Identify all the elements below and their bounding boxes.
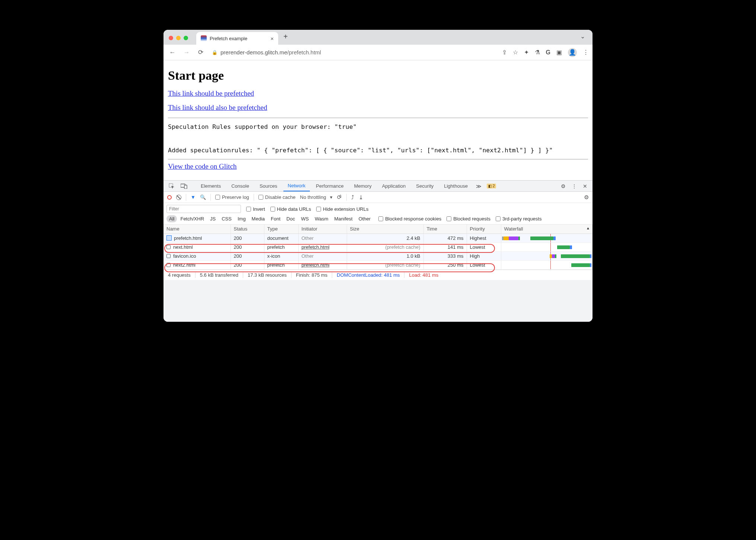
status-load: Load: 481 ms xyxy=(409,272,438,278)
chip-wasm[interactable]: Wasm xyxy=(312,215,331,222)
device-icon[interactable] xyxy=(178,184,190,189)
export-har-icon[interactable]: ⤴ xyxy=(351,194,354,200)
sidepanel-icon[interactable]: ▣ xyxy=(556,49,562,56)
hide-data-urls-checkbox[interactable]: Hide data URLs xyxy=(270,206,311,212)
tab-application[interactable]: Application xyxy=(378,181,410,191)
tab-console[interactable]: Console xyxy=(227,181,254,191)
col-initiator[interactable]: Initiator xyxy=(298,225,347,234)
col-priority[interactable]: Priority xyxy=(467,225,501,234)
share-icon[interactable]: ⇪ xyxy=(502,49,507,56)
col-size[interactable]: Size xyxy=(347,225,423,234)
third-party-checkbox[interactable]: 3rd-party requests xyxy=(496,216,542,222)
chip-all[interactable]: All xyxy=(166,215,177,222)
forward-button[interactable]: → xyxy=(181,49,192,56)
file-icon xyxy=(166,254,171,258)
network-settings-icon[interactable]: ⚙ xyxy=(584,194,589,201)
cell-size: (prefetch cache) xyxy=(347,242,423,251)
tab-network[interactable]: Network xyxy=(283,181,310,191)
preserve-log-checkbox[interactable]: Preserve log xyxy=(215,194,249,200)
browser-tab[interactable]: Prefetch example × xyxy=(196,32,278,45)
tabs-menu-icon[interactable]: ⌄ xyxy=(580,33,593,42)
network-toolbar: ▼ 🔍 Preserve log Disable cache No thrott… xyxy=(163,192,593,203)
chip-fetch[interactable]: Fetch/XHR xyxy=(178,215,207,222)
google-icon[interactable]: G xyxy=(546,49,550,56)
extensions-icon[interactable]: ✦ xyxy=(524,49,529,56)
prefetch-link-1[interactable]: This link should be prefetched xyxy=(168,89,254,98)
warnings-badge[interactable]: ◧ 2 xyxy=(487,184,496,188)
devtools-panel: Elements Console Sources Network Perform… xyxy=(163,180,593,322)
chip-js[interactable]: JS xyxy=(207,215,218,222)
hide-extension-urls-checkbox[interactable]: Hide extension URLs xyxy=(316,206,368,212)
cell-time: 472 ms xyxy=(423,234,467,242)
invert-checkbox[interactable]: Invert xyxy=(246,206,265,212)
prefetch-link-2[interactable]: This link should also be prefetched xyxy=(168,104,267,112)
waterfall-cell xyxy=(501,251,593,260)
devtools-tabs: Elements Console Sources Network Perform… xyxy=(163,181,593,192)
search-icon[interactable]: 🔍 xyxy=(200,194,206,200)
waterfall-cell xyxy=(501,260,593,269)
profile-avatar[interactable]: 👤 xyxy=(568,48,577,57)
throttling-select[interactable]: No throttling ▾ xyxy=(300,194,333,200)
col-waterfall[interactable]: Waterfall▲ xyxy=(501,225,593,234)
tab-security[interactable]: Security xyxy=(412,181,438,191)
tab-close-icon[interactable]: × xyxy=(270,35,274,42)
network-conditions-icon[interactable]: ⟳̂ xyxy=(337,194,342,201)
tab-elements[interactable]: Elements xyxy=(196,181,225,191)
col-status[interactable]: Status xyxy=(231,225,264,234)
chip-other[interactable]: Other xyxy=(356,215,374,222)
glitch-link[interactable]: View the code on Glitch xyxy=(168,162,237,171)
address-bar[interactable]: 🔒 prerender-demos.glitch.me/prefetch.htm… xyxy=(210,49,321,55)
document-icon xyxy=(166,235,172,241)
back-button[interactable]: ← xyxy=(167,49,178,56)
table-row[interactable]: next.html200prefetchprefetch.html(prefet… xyxy=(163,242,593,251)
network-filter-bar: Invert Hide data URLs Hide extension URL… xyxy=(163,203,593,225)
labs-icon[interactable]: ⚗ xyxy=(535,49,540,56)
col-name[interactable]: Name xyxy=(163,225,231,234)
filter-toggle-icon[interactable]: ▼ xyxy=(191,194,196,200)
file-icon xyxy=(166,263,171,267)
tab-memory[interactable]: Memory xyxy=(350,181,376,191)
file-icon xyxy=(166,245,171,249)
filter-input[interactable] xyxy=(166,205,241,213)
blocked-requests-checkbox[interactable]: Blocked requests xyxy=(447,216,490,222)
bookmark-icon[interactable]: ☆ xyxy=(513,49,518,56)
status-transferred: 5.6 kB transferred xyxy=(200,272,238,278)
disable-cache-checkbox[interactable]: Disable cache xyxy=(258,194,296,200)
tab-lighthouse[interactable]: Lighthouse xyxy=(439,181,472,191)
new-tab-button[interactable]: + xyxy=(278,32,293,42)
close-window-button[interactable] xyxy=(169,36,173,40)
status-dcl: DOMContentLoaded: 481 ms xyxy=(337,272,400,278)
titlebar: Prefetch example × + ⌄ xyxy=(163,30,593,45)
chip-media[interactable]: Media xyxy=(249,215,267,222)
col-time[interactable]: Time xyxy=(423,225,467,234)
col-type[interactable]: Type xyxy=(264,225,298,234)
network-status-bar: 4 requests 5.6 kB transferred 17.3 kB re… xyxy=(163,270,593,280)
table-row[interactable]: prefetch.html200documentOther2.4 kB472 m… xyxy=(163,234,593,242)
chip-font[interactable]: Font xyxy=(268,215,283,222)
menu-icon[interactable]: ⋮ xyxy=(583,49,589,56)
maximize-window-button[interactable] xyxy=(184,36,188,40)
table-row[interactable]: favicon.ico200x-iconOther1.0 kB333 msHig… xyxy=(163,251,593,260)
reload-button[interactable]: ⟳ xyxy=(196,48,206,56)
import-har-icon[interactable]: ⤓ xyxy=(359,194,363,201)
tab-sources[interactable]: Sources xyxy=(255,181,282,191)
more-tabs-icon[interactable]: ≫ xyxy=(474,183,484,189)
chip-img[interactable]: Img xyxy=(235,215,248,222)
clear-button[interactable] xyxy=(176,195,181,200)
chip-doc[interactable]: Doc xyxy=(284,215,298,222)
minimize-window-button[interactable] xyxy=(176,36,181,40)
chip-ws[interactable]: WS xyxy=(298,215,311,222)
chip-manifest[interactable]: Manifest xyxy=(331,215,355,222)
chip-css[interactable]: CSS xyxy=(219,215,234,222)
blocked-cookies-checkbox[interactable]: Blocked response cookies xyxy=(378,216,441,222)
record-button[interactable] xyxy=(167,195,172,200)
cell-name: favicon.ico xyxy=(163,251,231,260)
tab-performance[interactable]: Performance xyxy=(311,181,348,191)
inspect-icon[interactable] xyxy=(166,183,177,189)
devtools-menu-icon[interactable]: ⋮ xyxy=(569,183,579,189)
cell-name: prefetch.html xyxy=(163,234,231,242)
table-row[interactable]: next2.html200prefetchprefetch.html(prefe… xyxy=(163,260,593,269)
devtools-close-icon[interactable]: ✕ xyxy=(581,183,590,189)
settings-icon[interactable]: ⚙ xyxy=(559,183,568,189)
svg-rect-2 xyxy=(184,185,187,189)
